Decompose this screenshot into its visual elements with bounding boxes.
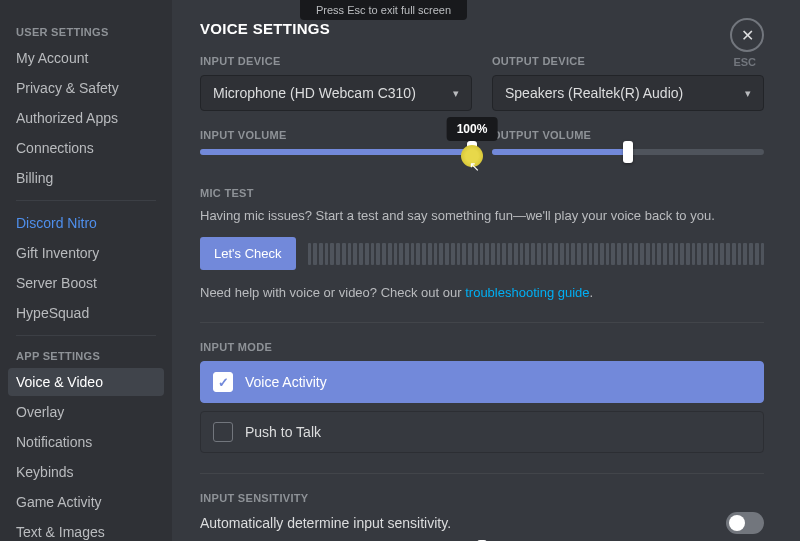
sidebar-item-overlay[interactable]: Overlay — [8, 398, 164, 426]
fullscreen-hint: Press Esc to exit full screen — [300, 0, 467, 20]
input-device-value: Microphone (HD Webcam C310) — [213, 85, 416, 101]
sidebar-item-privacy-safety[interactable]: Privacy & Safety — [8, 74, 164, 102]
input-sensitivity-label: INPUT SENSITIVITY — [200, 492, 764, 504]
settings-sidebar: USER SETTINGS My Account Privacy & Safet… — [0, 0, 172, 541]
output-device-select[interactable]: Speakers (Realtek(R) Audio) ▾ — [492, 75, 764, 111]
mic-test-help: Having mic issues? Start a test and say … — [200, 207, 764, 225]
slider-thumb[interactable] — [467, 141, 477, 163]
user-settings-heading: USER SETTINGS — [8, 20, 164, 44]
slider-thumb[interactable] — [623, 141, 633, 163]
input-mode-label: INPUT MODE — [200, 341, 764, 353]
troubleshoot-help: Need help with voice or video? Check out… — [200, 284, 764, 302]
divider — [200, 322, 764, 323]
input-device-select[interactable]: Microphone (HD Webcam C310) ▾ — [200, 75, 472, 111]
sidebar-item-billing[interactable]: Billing — [8, 164, 164, 192]
sidebar-item-discord-nitro[interactable]: Discord Nitro — [8, 209, 164, 237]
sidebar-separator — [16, 335, 156, 336]
sidebar-item-voice-video[interactable]: Voice & Video — [8, 368, 164, 396]
mode-label: Voice Activity — [245, 374, 327, 390]
sidebar-separator — [16, 200, 156, 201]
auto-sensitivity-toggle[interactable] — [726, 512, 764, 534]
sidebar-item-connections[interactable]: Connections — [8, 134, 164, 162]
checkbox-checked-icon: ✓ — [213, 372, 233, 392]
checkbox-unchecked-icon — [213, 422, 233, 442]
output-volume-label: OUTPUT VOLUME — [492, 129, 764, 141]
mode-voice-activity[interactable]: ✓ Voice Activity — [200, 361, 764, 403]
sidebar-item-authorized-apps[interactable]: Authorized Apps — [8, 104, 164, 132]
page-title: VOICE SETTINGS — [200, 20, 764, 37]
close-icon: ✕ — [741, 26, 754, 45]
toggle-knob — [729, 515, 745, 531]
chevron-down-icon: ▾ — [745, 87, 751, 100]
output-device-label: OUTPUT DEVICE — [492, 55, 764, 67]
sidebar-item-game-activity[interactable]: Game Activity — [8, 488, 164, 516]
input-volume-label: INPUT VOLUME — [200, 129, 472, 141]
sidebar-item-gift-inventory[interactable]: Gift Inventory — [8, 239, 164, 267]
input-volume-slider[interactable]: 100% ↖ — [200, 149, 472, 155]
mic-test-label: MIC TEST — [200, 187, 764, 199]
input-device-label: INPUT DEVICE — [200, 55, 472, 67]
chevron-down-icon: ▾ — [453, 87, 459, 100]
output-volume-slider[interactable] — [492, 149, 764, 155]
input-volume-tooltip: 100% — [447, 117, 498, 141]
app-settings-heading: APP SETTINGS — [8, 344, 164, 368]
sidebar-item-my-account[interactable]: My Account — [8, 44, 164, 72]
divider — [200, 473, 764, 474]
help-prefix: Need help with voice or video? Check out… — [200, 285, 465, 300]
sidebar-item-hypesquad[interactable]: HypeSquad — [8, 299, 164, 327]
mic-test-meter — [308, 243, 764, 265]
sidebar-item-notifications[interactable]: Notifications — [8, 428, 164, 456]
mode-push-to-talk[interactable]: Push to Talk — [200, 411, 764, 453]
main-content: ✕ ESC VOICE SETTINGS INPUT DEVICE Microp… — [172, 0, 800, 541]
troubleshooting-link[interactable]: troubleshooting guide — [465, 285, 589, 300]
sidebar-item-text-images[interactable]: Text & Images — [8, 518, 164, 541]
sidebar-item-keybinds[interactable]: Keybinds — [8, 458, 164, 486]
mode-label: Push to Talk — [245, 424, 321, 440]
sidebar-item-server-boost[interactable]: Server Boost — [8, 269, 164, 297]
auto-sensitivity-text: Automatically determine input sensitivit… — [200, 515, 451, 531]
help-suffix: . — [590, 285, 594, 300]
output-device-value: Speakers (Realtek(R) Audio) — [505, 85, 683, 101]
close-button[interactable]: ✕ — [730, 18, 764, 52]
close-label: ESC — [733, 56, 756, 68]
lets-check-button[interactable]: Let's Check — [200, 237, 296, 270]
